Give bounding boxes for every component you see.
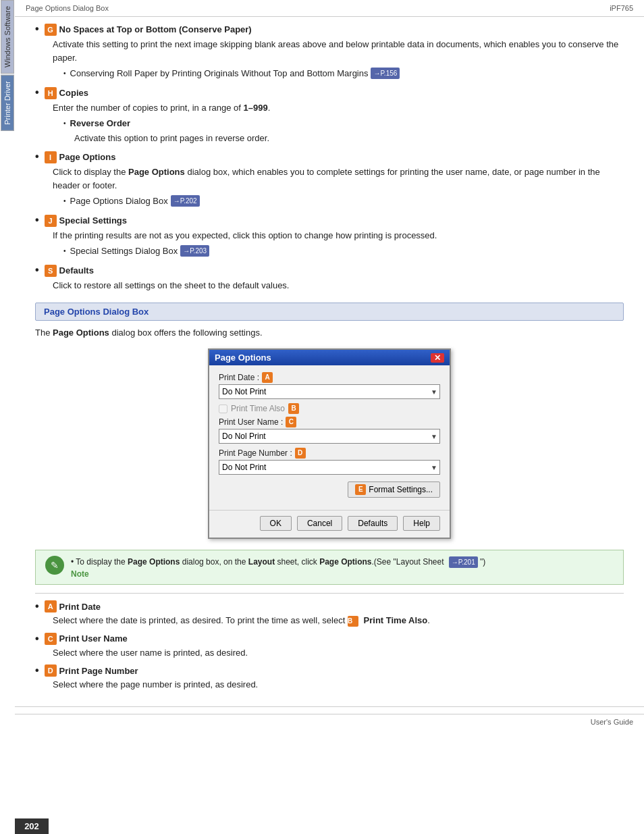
- print-page-number-select[interactable]: Do Not Print: [219, 460, 440, 475]
- sub-bullet-dot-g: •: [63, 68, 66, 78]
- page-options-dialog-header: Page Options Dialog Box: [35, 303, 624, 321]
- print-date-label-text: Print Date :: [219, 373, 259, 382]
- page-number: 202: [15, 818, 49, 834]
- section-s-body: Click to restore all settings on the she…: [53, 279, 624, 292]
- print-page-number-letter: D: [295, 448, 306, 459]
- lower-section-d: • D Print Page Number Select where the p…: [35, 664, 624, 692]
- note-content: • To display the Page Options dialog box…: [71, 556, 485, 579]
- sub-bullet-text-i: Page Options Dialog Box: [70, 194, 168, 208]
- reverse-order-body: Activate this option to print pages in r…: [74, 132, 624, 145]
- print-user-name-letter: C: [286, 417, 296, 427]
- sub-bullet-dot-j: •: [63, 246, 66, 256]
- letter-g: G: [45, 24, 57, 36]
- section-s-title: • S Defaults: [35, 265, 624, 277]
- lower-dot-a: •: [35, 601, 39, 612]
- note-box: ✎ • To display the Page Options dialog b…: [35, 550, 624, 585]
- print-page-number-row: Print Page Number : D Do Not Print ▼: [219, 448, 440, 475]
- section-s-heading: Defaults: [59, 265, 94, 276]
- letter-h: H: [45, 87, 57, 99]
- dialog-title: Page Options: [215, 353, 271, 363]
- bullet-dot-j: •: [35, 215, 39, 226]
- page-header: Page Options Dialog Box iPF765: [15, 0, 644, 17]
- section-g-heading: No Spaces at Top or Bottom (Conserve Pap…: [59, 24, 252, 34]
- dialog-body: Print Date : A Do Not Print ▼: [209, 365, 450, 510]
- section-i-body: Click to display the Page Options dialog…: [53, 165, 624, 192]
- lower-title-d: • D Print Page Number: [35, 664, 624, 677]
- note-label: Note: [71, 569, 485, 579]
- print-page-number-select-wrapper: Do Not Print ▼: [219, 460, 440, 475]
- section-g-title: • G No Spaces at Top or Bottom (Conserve…: [35, 24, 624, 36]
- page-options-intro: The Page Options dialog box offers the f…: [35, 328, 624, 338]
- print-date-letter: A: [262, 372, 273, 383]
- page-footer: User's Guide: [15, 714, 644, 729]
- sub-bullet-text-g: Conserving Roll Paper by Printing Origin…: [70, 67, 369, 80]
- lower-section-c: • C Print User Name Select where the use…: [35, 633, 624, 660]
- dialog-close-button[interactable]: ✕: [431, 353, 444, 363]
- print-date-row: Print Date : A Do Not Print ▼: [219, 372, 440, 399]
- dialog-help-button[interactable]: Help: [403, 516, 440, 531]
- windows-software-tab: Windows Software: [1, 0, 14, 74]
- print-page-number-label-text: Print Page Number :: [219, 448, 292, 458]
- print-date-label: Print Date : A: [219, 372, 440, 383]
- sub-bullet-dot-h1: •: [63, 118, 66, 128]
- note-text: • To display the Page Options dialog box…: [71, 556, 485, 568]
- dialog-container: Page Options ✕ Print Date : A Do Not Pri…: [35, 348, 624, 539]
- note-badge[interactable]: →P.201: [449, 556, 478, 568]
- sub-bullet-dot-i: •: [63, 196, 66, 206]
- bullet-dot-s: •: [35, 265, 39, 276]
- dialog-titlebar: Page Options ✕: [209, 350, 450, 365]
- print-date-select[interactable]: Do Not Print: [219, 384, 440, 399]
- printer-driver-tab: Printer Driver: [1, 75, 14, 131]
- sub-bullet-badge-j[interactable]: →P.203: [180, 245, 209, 257]
- letter-j: J: [45, 215, 57, 227]
- section-g-body: Activate this setting to print the next …: [53, 38, 624, 64]
- print-time-also-row: Print Time Also B: [219, 403, 440, 414]
- bullet-dot-g: •: [35, 24, 39, 34]
- divider-line: [35, 593, 624, 594]
- section-no-spaces: • G No Spaces at Top or Bottom (Conserve…: [35, 24, 624, 80]
- format-settings-row: E Format Settings...: [219, 481, 440, 498]
- note-icon: ✎: [45, 556, 64, 575]
- lower-letter-d: D: [45, 664, 57, 677]
- sub-bullet-badge-i[interactable]: →P.202: [171, 195, 200, 207]
- format-settings-label: Format Settings...: [369, 485, 433, 494]
- sub-bullet-badge-g[interactable]: →P.156: [371, 68, 400, 79]
- section-j-heading: Special Settings: [59, 215, 127, 226]
- section-j-subbullet: • Special Settings Dialog Box →P.203: [53, 244, 624, 258]
- section-j-body: If the printing results are not as you e…: [53, 229, 624, 242]
- lower-letter-c: C: [45, 633, 57, 645]
- section-h-subbullet: • Reverse Order Activate this option to …: [53, 117, 624, 145]
- letter-i: I: [45, 151, 57, 163]
- lower-heading-a: Print Date: [59, 602, 101, 612]
- print-user-name-select[interactable]: Do Nol Print: [219, 429, 440, 444]
- lower-section-a: • A Print Date Select where the date is …: [35, 600, 624, 627]
- section-copies: • H Copies Enter the number of copies to…: [35, 87, 624, 145]
- format-settings-letter: E: [355, 484, 366, 495]
- dialog-ok-button[interactable]: OK: [260, 516, 292, 531]
- lower-dot-c: •: [35, 633, 39, 644]
- dialog-defaults-button[interactable]: Defaults: [348, 516, 398, 531]
- lower-body-a: Select where the date is printed, as des…: [53, 614, 624, 627]
- lower-heading-d: Print Page Number: [59, 666, 138, 676]
- lower-title-c: • C Print User Name: [35, 633, 624, 645]
- footer-right: User's Guide: [591, 718, 633, 726]
- inline-letter-b: B: [348, 616, 358, 627]
- print-page-number-label: Print Page Number : D: [219, 448, 440, 459]
- lower-dot-d: •: [35, 665, 39, 676]
- section-special-settings: • J Special Settings If the printing res…: [35, 215, 624, 258]
- dialog-footer: OK Cancel Defaults Help: [209, 510, 450, 538]
- section-j-title: • J Special Settings: [35, 215, 624, 227]
- section-i-subbullet: • Page Options Dialog Box →P.202: [53, 194, 624, 208]
- format-settings-button[interactable]: E Format Settings...: [348, 481, 440, 498]
- print-user-name-row: Print User Name : C Do Nol Print ▼: [219, 417, 440, 444]
- print-user-name-label: Print User Name : C: [219, 417, 440, 427]
- print-time-also-checkbox[interactable]: [219, 405, 227, 413]
- inline-text-b: Print Time Also: [364, 615, 428, 625]
- dialog-cancel-button[interactable]: Cancel: [297, 516, 342, 531]
- footer-divider: [15, 706, 644, 707]
- section-g-subbullet: • Conserving Roll Paper by Printing Orig…: [53, 67, 624, 80]
- lower-letter-a: A: [45, 600, 57, 613]
- bullet-dot-i: •: [35, 151, 39, 162]
- lower-body-c: Select where the user name is printed, a…: [53, 646, 624, 660]
- section-h-title: • H Copies: [35, 87, 624, 99]
